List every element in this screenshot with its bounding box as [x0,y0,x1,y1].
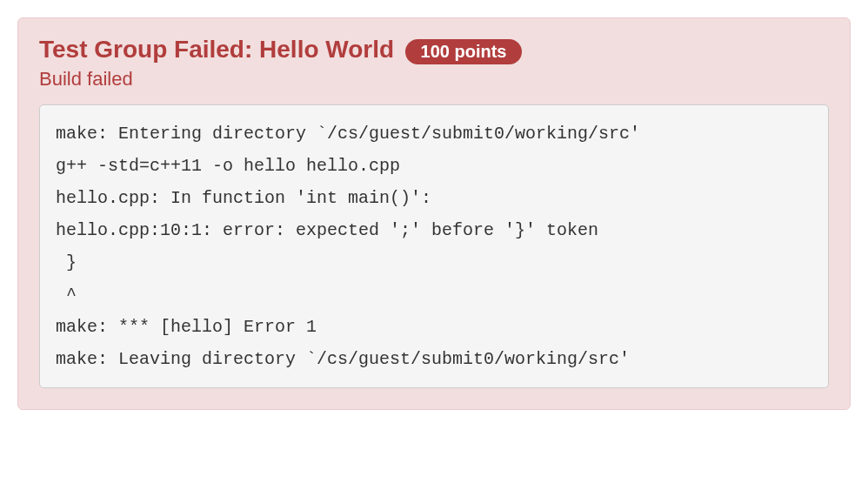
panel-title: Test Group Failed: Hello World [39,36,394,63]
panel-subtitle: Build failed [39,68,829,91]
panel-header: Test Group Failed: Hello World 100 point… [39,36,829,66]
points-badge: 100 points [405,39,523,64]
test-failure-panel: Test Group Failed: Hello World 100 point… [17,17,851,410]
build-output: make: Entering directory `/cs/guest/subm… [39,104,829,388]
